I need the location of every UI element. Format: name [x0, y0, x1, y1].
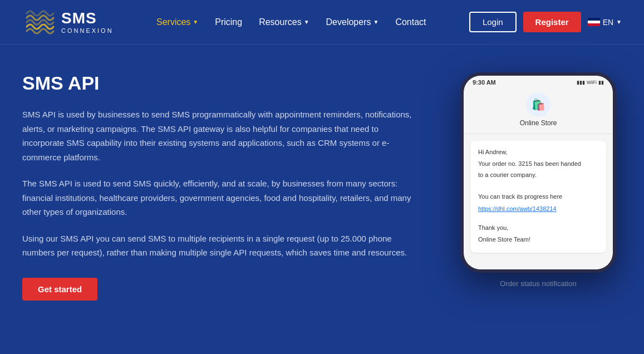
get-started-button[interactable]: Get started [22, 278, 97, 301]
message-line4: You can track its progress here [478, 192, 598, 201]
lang-label: EN [603, 18, 613, 27]
chevron-down-icon: ▼ [616, 19, 622, 25]
chevron-down-icon: ▼ [373, 19, 378, 25]
nav-item-pricing[interactable]: Pricing [215, 17, 242, 27]
phone-screen: 9:30 AM ▮▮▮ WiFi ▮▮ 🛍️ Online Store [464, 76, 613, 269]
message-bubble: Hi Andrew, Your order no. 3215 has been … [470, 141, 606, 253]
app-name: Online Store [520, 119, 557, 127]
logo-text: SMS CONNEXION [61, 10, 114, 34]
paragraph-1: SMS API is used by businesses to send SM… [22, 107, 421, 164]
main-content: SMS API SMS API is used by businesses to… [0, 45, 644, 323]
message-line1: Your order no. 3215 has been handed [478, 159, 598, 169]
flag-icon [588, 18, 600, 26]
app-icon: 🛍️ [526, 92, 550, 117]
text-column: SMS API SMS API is used by businesses to… [22, 72, 421, 301]
logo[interactable]: SMS CONNEXION [22, 6, 114, 39]
battery-icon: ▮▮ [598, 80, 604, 85]
nav-item-services[interactable]: Services ▼ [156, 17, 198, 27]
store-icon: 🛍️ [532, 98, 545, 111]
chevron-down-icon: ▼ [304, 19, 309, 25]
wifi-icon: WiFi [587, 80, 597, 85]
main-nav: Services ▼ Pricing Resources ▼ Developer… [156, 17, 426, 27]
phone-status-bar: 9:30 AM ▮▮▮ WiFi ▮▮ [464, 76, 613, 88]
chevron-down-icon: ▼ [193, 19, 198, 25]
message-greeting: Hi Andrew, [478, 148, 598, 157]
message-link[interactable]: https://dhl.com/awb/1438214 [478, 205, 557, 212]
phone-mockup: 9:30 AM ▮▮▮ WiFi ▮▮ 🛍️ Online Store [460, 72, 616, 273]
paragraph-2: The SMS API is used to send SMS quickly,… [22, 176, 421, 219]
login-button[interactable]: Login [469, 12, 517, 32]
phone-app-header: 🛍️ Online Store [464, 88, 613, 134]
message-line7: Online Store Team! [478, 235, 598, 244]
nav-item-developers[interactable]: Developers ▼ [326, 17, 379, 27]
message-line2: to a courier company. [478, 170, 598, 180]
phone-caption: Order status notification [500, 279, 576, 288]
phone-column: 9:30 AM ▮▮▮ WiFi ▮▮ 🛍️ Online Store [455, 72, 622, 288]
nav-item-contact[interactable]: Contact [395, 17, 426, 27]
message-line6: Thank you, [478, 223, 598, 233]
status-icons: ▮▮▮ WiFi ▮▮ [577, 80, 604, 85]
signal-icon: ▮▮▮ [577, 80, 585, 85]
logo-connexion: CONNEXION [61, 27, 114, 34]
status-time: 9:30 AM [473, 79, 496, 86]
nav-actions: Login Register EN ▼ [469, 12, 622, 32]
logo-icon [22, 6, 56, 39]
paragraph-3: Using our SMS API you can send SMS to mu… [22, 232, 421, 260]
logo-sms: SMS [61, 10, 114, 27]
phone-message-area: Hi Andrew, Your order no. 3215 has been … [464, 134, 613, 269]
page-title: SMS API [22, 72, 421, 94]
nav-item-resources[interactable]: Resources ▼ [259, 17, 309, 27]
register-button[interactable]: Register [523, 12, 581, 32]
header: SMS CONNEXION Services ▼ Pricing Resourc… [0, 0, 644, 45]
language-selector[interactable]: EN ▼ [588, 18, 622, 27]
